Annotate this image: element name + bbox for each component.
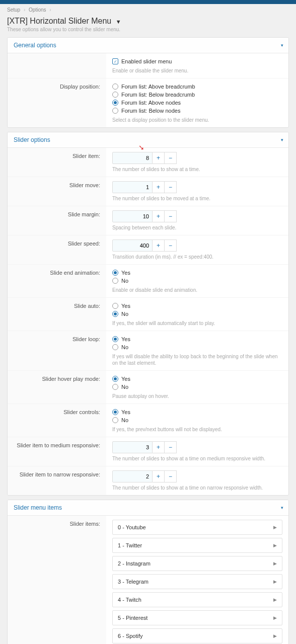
plus-button[interactable]: + <box>153 181 165 193</box>
radio-label: Yes <box>121 303 130 309</box>
radio-below-nodes[interactable] <box>112 108 118 114</box>
radio-label: No <box>121 417 128 423</box>
help-text: The number of slides to show at a time o… <box>112 485 282 491</box>
plus-button[interactable]: + <box>153 152 165 164</box>
page-title[interactable]: [XTR] Horizontal Slider Menu ▼ <box>0 16 296 27</box>
help-text: The number of slides to show at a time. <box>112 166 282 173</box>
narresp-input[interactable] <box>112 470 153 482</box>
section-title: Slider menu items <box>14 504 62 511</box>
slider-speed-input[interactable] <box>112 239 153 252</box>
medresp-input[interactable] <box>112 441 153 453</box>
chevron-right-icon: ▶ <box>273 579 277 584</box>
radio-label: Forum list: Below nodes <box>121 108 180 114</box>
minus-button[interactable]: − <box>165 181 177 193</box>
acc-label: 2 - Instagram <box>118 560 151 567</box>
section-header-menu[interactable]: Slider menu items ▾ <box>8 500 288 516</box>
slider-item-spotify[interactable]: 6 - Spotify▶ <box>112 628 282 643</box>
radio-label: No <box>121 278 128 284</box>
slider-item-instagram[interactable]: 2 - Instagram▶ <box>112 556 282 571</box>
section-general: General options ▾ Enabled slider menu En… <box>7 37 289 128</box>
radio-yes[interactable] <box>112 376 118 382</box>
radio-label: Forum list: Above nodes <box>121 100 181 106</box>
radio-label: Yes <box>121 409 130 415</box>
radio-yes[interactable] <box>112 270 118 276</box>
caret-down-icon: ▼ <box>116 19 121 25</box>
chevron-right-icon: ▶ <box>273 615 277 620</box>
minus-button[interactable]: − <box>165 152 177 164</box>
loop-label: Slider loop: <box>8 331 106 370</box>
slider-items-label: Slider items: <box>8 516 106 644</box>
enabled-checkbox[interactable] <box>112 58 118 64</box>
radio-above-breadcrumb[interactable] <box>112 84 118 90</box>
section-title: Slider options <box>14 136 50 143</box>
section-header-general[interactable]: General options ▾ <box>8 38 288 53</box>
help-text: Enable or disable the slider menu. <box>112 67 282 74</box>
radio-label: No <box>121 311 128 317</box>
chevron-right-icon: › <box>49 7 51 13</box>
breadcrumb-setup[interactable]: Setup <box>7 7 20 13</box>
radio-yes[interactable] <box>112 336 118 342</box>
radio-no[interactable] <box>112 384 118 390</box>
chevron-right-icon: ▶ <box>273 525 277 530</box>
help-text: Transition duration (in ms). // ex = spe… <box>112 254 282 260</box>
radio-no[interactable] <box>112 278 118 284</box>
radio-label: Forum list: Below breadcrumb <box>121 92 195 98</box>
plus-button[interactable]: + <box>153 470 165 482</box>
breadcrumb: Setup › Options › <box>0 4 296 16</box>
radio-no[interactable] <box>112 417 118 423</box>
chevron-right-icon: ▶ <box>273 543 277 548</box>
radio-yes[interactable] <box>112 303 118 309</box>
plus-button[interactable]: + <box>153 239 165 252</box>
minus-button[interactable]: − <box>165 470 177 482</box>
radio-yes[interactable] <box>112 409 118 415</box>
slider-item-twitter[interactable]: 1 - Twitter▶ <box>112 538 282 553</box>
display-position-label: Display position: <box>8 78 106 127</box>
chevron-right-icon: ▶ <box>273 633 277 638</box>
acc-label: 3 - Telegram <box>118 579 149 585</box>
help-text: If yes, the prev/next buttons will not b… <box>112 426 282 433</box>
minus-button[interactable]: − <box>165 210 177 222</box>
radio-label: No <box>121 344 128 350</box>
slider-item-twitch[interactable]: 4 - Twitch▶ <box>112 592 282 607</box>
section-header-slider[interactable]: Slider options ▾ <box>8 132 288 148</box>
help-text: If yes will disable the ability to loop … <box>112 353 282 366</box>
radio-no[interactable] <box>112 311 118 317</box>
minus-button[interactable]: − <box>165 441 177 453</box>
controls-label: Slider controls: <box>8 404 106 437</box>
radio-label: Yes <box>121 270 130 276</box>
help-text: The number of slides to be moved at a ti… <box>112 195 282 202</box>
breadcrumb-options[interactable]: Options <box>29 7 46 13</box>
slide-margin-input[interactable] <box>112 210 153 222</box>
radio-no[interactable] <box>112 344 118 350</box>
chevron-right-icon: ▶ <box>273 597 277 602</box>
slide-margin-label: Slide margin: <box>8 206 106 235</box>
acc-label: 0 - Youtube <box>118 524 146 530</box>
acc-label: 1 - Twitter <box>118 542 142 548</box>
chevron-right-icon: › <box>24 7 25 13</box>
help-text: Spacing between each slide. <box>112 224 282 231</box>
help-text: Select a display position to the slider … <box>112 117 282 123</box>
top-bar <box>0 0 296 4</box>
page-title-text: [XTR] Horizontal Slider Menu <box>7 17 111 25</box>
chevron-right-icon: ▶ <box>273 561 277 566</box>
slider-move-input[interactable] <box>112 181 153 193</box>
caret-down-icon: ▾ <box>281 43 283 48</box>
radio-below-breadcrumb[interactable] <box>112 92 118 98</box>
plus-button[interactable]: + <box>153 441 165 453</box>
plus-button[interactable]: + <box>153 210 165 222</box>
endanim-label: Slide end animation: <box>8 265 106 297</box>
acc-label: 6 - Spotify <box>118 633 143 639</box>
section-title: General options <box>14 42 56 49</box>
medresp-label: Slider item to medium responsive: <box>8 437 106 466</box>
slider-item-pinterest[interactable]: 5 - Pinterest▶ <box>112 610 282 625</box>
radio-above-nodes[interactable] <box>112 100 118 106</box>
auto-label: Slide auto: <box>8 298 106 331</box>
radio-label: Yes <box>121 336 130 342</box>
minus-button[interactable]: − <box>165 239 177 252</box>
slider-item-telegram[interactable]: 3 - Telegram▶ <box>112 574 282 589</box>
caret-down-icon: ▾ <box>281 137 283 142</box>
hover-label: Slider hover play mode: <box>8 371 106 404</box>
slider-item-youtube[interactable]: 0 - Youtube▶ <box>112 520 282 535</box>
slider-speed-label: Slider speed: <box>8 235 106 264</box>
slider-item-input[interactable] <box>112 152 153 164</box>
